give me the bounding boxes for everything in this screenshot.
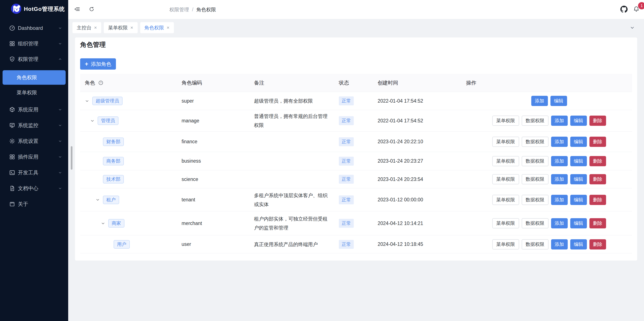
edit-action-button[interactable]: 编辑 <box>570 156 587 166</box>
row-expand-chevron-icon[interactable] <box>96 198 103 202</box>
sidebar-item-doc-center[interactable]: 文档中心 <box>0 182 68 195</box>
role-tag[interactable]: 技术部 <box>103 175 124 184</box>
add-action-button[interactable]: 添加 <box>551 137 568 147</box>
role-management-card: 角色管理 + 添加角色 角色?角色编码备注状态创建时间操作超级管理员super超… <box>75 37 637 261</box>
tree-indent <box>85 121 90 121</box>
add-action-button[interactable]: 添加 <box>551 195 568 205</box>
created-time-cell: 2022-01-04 17:54:52 <box>373 92 459 110</box>
role-cell: 超级管理员 <box>80 92 177 110</box>
edit-action-button[interactable]: 编辑 <box>570 195 587 205</box>
tab-主控台[interactable]: 主控台✕ <box>72 22 101 33</box>
add-action-button[interactable]: 添加 <box>551 174 568 184</box>
data-action-button[interactable]: 数据权限 <box>522 218 548 228</box>
data-action-button[interactable]: 数据权限 <box>522 137 548 147</box>
menu-action-button[interactable]: 菜单权限 <box>492 239 519 250</box>
data-action-button[interactable]: 数据权限 <box>522 116 548 126</box>
edit-action-button[interactable]: 编辑 <box>570 116 587 126</box>
tab-角色权限[interactable]: 角色权限✕ <box>140 22 174 33</box>
sidebar-item-about[interactable]: 关于 <box>0 197 68 211</box>
menu-action-button[interactable]: 菜单权限 <box>492 116 519 126</box>
data-action-button[interactable]: 数据权限 <box>522 239 548 250</box>
role-cell: 租户 <box>80 188 177 211</box>
actions-cell: 添加编辑 <box>459 92 632 110</box>
role-tag[interactable]: 超级管理员 <box>92 97 122 105</box>
sidebar-item-org[interactable]: 组织管理 <box>0 37 68 50</box>
add-action-button[interactable]: 添加 <box>551 218 568 228</box>
chevron-down-icon <box>58 123 62 127</box>
tab-options-chevron-down-icon[interactable] <box>629 22 636 33</box>
role-cell: 管理员 <box>80 110 177 131</box>
shield-icon <box>9 56 15 62</box>
menu-fold-icon[interactable] <box>74 6 80 13</box>
del-action-button[interactable]: 删除 <box>590 174 606 184</box>
role-tag[interactable]: 财务部 <box>103 137 124 146</box>
data-action-button[interactable]: 数据权限 <box>522 174 548 184</box>
actions-cell: 菜单权限数据权限添加编辑删除 <box>459 170 632 188</box>
menu-action-button[interactable]: 菜单权限 <box>492 156 519 166</box>
row-expand-chevron-icon[interactable] <box>101 221 108 226</box>
logo[interactable]: HotGo管理系统 <box>0 0 68 19</box>
role-tag[interactable]: 管理员 <box>98 116 118 125</box>
doc-icon <box>9 185 15 192</box>
monitor-icon <box>9 122 15 129</box>
sidebar-item-perm[interactable]: 权限管理 <box>0 52 68 66</box>
tab-close-icon[interactable]: ✕ <box>167 25 170 30</box>
column-header-label: 状态 <box>339 79 349 86</box>
tab-close-icon[interactable]: ✕ <box>94 25 97 30</box>
table-row-science: 技术部science正常2023-01-24 20:23:54菜单权限数据权限添… <box>80 170 632 188</box>
row-expand-chevron-icon[interactable] <box>85 99 92 103</box>
role-tag[interactable]: 商务部 <box>103 157 124 165</box>
refresh-icon[interactable] <box>89 6 94 13</box>
add-action-button[interactable]: 添加 <box>551 156 568 166</box>
edit-action-button[interactable]: 编辑 <box>550 96 567 106</box>
edit-action-button[interactable]: 编辑 <box>570 174 587 184</box>
sidebar-item-plugin-app[interactable]: 插件应用 <box>0 150 68 164</box>
menu-action-button[interactable]: 菜单权限 <box>492 174 519 184</box>
data-action-button[interactable]: 数据权限 <box>522 195 548 205</box>
sidebar-item-sys-setting[interactable]: 系统设置 <box>0 134 68 148</box>
actions-cell: 菜单权限数据权限添加编辑删除 <box>459 235 632 253</box>
add-action-button[interactable]: 添加 <box>551 116 568 126</box>
sidebar-item-dev-tools[interactable]: 开发工具 <box>0 166 68 179</box>
del-action-button[interactable]: 删除 <box>590 156 606 166</box>
sidebar-item-role-perm[interactable]: 角色权限 <box>2 70 66 85</box>
del-action-button[interactable]: 删除 <box>590 239 606 250</box>
edit-action-button[interactable]: 编辑 <box>570 137 587 147</box>
remark-cell: 多租户系统中顶层实体客户、组织或实体 <box>249 188 336 211</box>
status-badge: 正常 <box>339 195 354 204</box>
menu-action-button[interactable]: 菜单权限 <box>492 218 519 228</box>
tab-菜单权限[interactable]: 菜单权限✕ <box>104 22 138 33</box>
tree-indent <box>85 200 96 200</box>
sidebar-item-dashboard[interactable]: Dashboard <box>0 21 68 35</box>
del-action-button[interactable]: 删除 <box>590 195 606 205</box>
menu-action-button[interactable]: 菜单权限 <box>492 137 519 147</box>
row-expand-chevron-icon[interactable] <box>90 119 98 123</box>
sidebar-item-sys-monitor[interactable]: 系统监控 <box>0 119 68 132</box>
add-action-button[interactable]: 添加 <box>551 239 568 250</box>
del-action-button[interactable]: 删除 <box>590 137 606 147</box>
help-question-circle-icon[interactable]: ? <box>98 80 104 86</box>
data-action-button[interactable]: 数据权限 <box>522 156 548 166</box>
edit-action-button[interactable]: 编辑 <box>570 239 587 250</box>
column-header-状态: 状态 <box>336 74 373 92</box>
tab-close-icon[interactable]: ✕ <box>130 25 133 30</box>
role-tag[interactable]: 租户 <box>103 196 119 204</box>
breadcrumb-parent[interactable]: 权限管理 <box>170 6 189 13</box>
plus-icon: + <box>85 61 88 67</box>
add-role-button[interactable]: + 添加角色 <box>80 58 116 70</box>
menu-action-button[interactable]: 菜单权限 <box>492 195 519 205</box>
sidebar-scrollbar-thumb[interactable] <box>71 146 72 170</box>
role-tag[interactable]: 商家 <box>108 219 124 228</box>
sidebar-item-sys-app[interactable]: 系统应用 <box>0 103 68 116</box>
del-action-button[interactable]: 删除 <box>590 218 606 228</box>
del-action-button[interactable]: 删除 <box>590 116 606 126</box>
table-row-finance: 财务部finance正常2023-01-24 20:22:10菜单权限数据权限添… <box>80 132 632 152</box>
add-action-button[interactable]: 添加 <box>531 96 548 106</box>
column-header-角色编码: 角色编码 <box>177 74 249 92</box>
role-cell: 技术部 <box>80 170 177 188</box>
edit-action-button[interactable]: 编辑 <box>570 218 587 228</box>
github-icon[interactable] <box>620 5 628 14</box>
notification-badge[interactable]: 1 <box>638 2 644 9</box>
role-tag[interactable]: 用户 <box>114 240 130 249</box>
sidebar-item-menu-perm[interactable]: 菜单权限 <box>0 86 68 99</box>
